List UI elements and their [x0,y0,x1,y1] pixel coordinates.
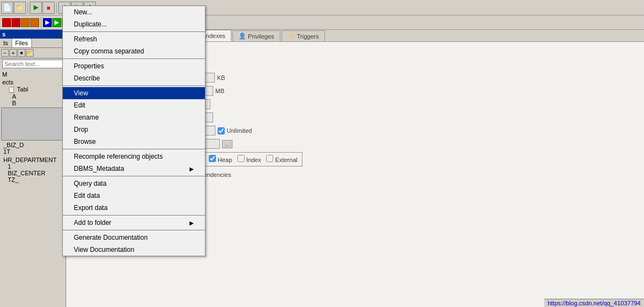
menu-item-browse-label: Browse [74,138,96,146]
menu-item-view-label: View [74,89,88,97]
menu-item-duplicate[interactable]: Duplicate... [63,18,205,30]
sidebar-tool-folder[interactable]: 📂 [26,49,34,57]
menu-item-edit-data-label: Edit data [74,192,100,200]
tree-item-b[interactable]: B [1,100,64,106]
privileges-icon: 👤 [239,33,246,40]
heap-checkbox[interactable] [209,155,216,162]
menu-item-query-label: Query data [74,180,106,187]
menu-sep-5 [63,176,205,176]
menu-item-recompile-label: Recompile referencing objects [74,153,163,160]
statusbar-url: https://blog.csdn.net/qq_41037794 [548,300,641,306]
sidebar-tab-files[interactable]: Files [12,39,32,47]
toolbar-sep-2 [56,2,57,13]
add-folder-submenu-arrow: ▶ [190,220,194,226]
tree-item-a[interactable]: A [1,93,64,100]
menu-item-export-data[interactable]: Export data [63,202,205,214]
columns-browse-btn[interactable]: ... [222,140,232,148]
sidebar-tab-ts[interactable]: ts [0,39,12,47]
menu-sep-3 [63,85,205,86]
menu-item-add-folder-label: Add to folder [74,219,111,227]
menu-sep-6 [63,215,205,216]
tree-item-1t[interactable]: 1T [1,148,64,155]
menu-item-dbms-label: DBMS_Metadata [74,165,124,173]
tool-orange-2[interactable] [30,18,39,27]
menu-item-gen-docs-label: Generate Documentation [74,234,148,241]
menu-item-recompile[interactable]: Recompile referencing objects [63,150,205,163]
menu-item-new-label: New... [74,8,92,16]
sidebar-tabs: ts Files [0,39,66,48]
app-window: 📄 📁 ▶ ■ ⚙ 🔍 ℹ ▶ ▶ ■ ≡ ≡ [0,0,644,307]
run-btn[interactable]: ▶ [30,2,42,14]
menu-item-view-docs[interactable]: View Documentation [63,244,205,256]
heap-label: Heap [218,157,232,163]
tree-item-hr-dept[interactable]: HR_DEPARTMENT [1,157,64,163]
tool-blue-1[interactable]: ▶ [43,18,52,27]
sidebar-toolbar: − + ★ 📂 [0,48,66,58]
tree-item-ects[interactable]: ects [1,78,64,86]
statusbar: https://blog.csdn.net/qq_41037794 [544,299,644,307]
sidebar-header: s [0,30,66,39]
menu-item-new[interactable]: New... [63,6,205,18]
tree-item-tabl[interactable]: 📋 Tabl [1,86,64,93]
tree-item-m[interactable]: M [1,71,64,78]
menu-item-export-label: Export data [74,204,107,212]
tab-triggers-label: Triggers [297,33,319,40]
menu-item-query-data[interactable]: Query data [63,177,205,190]
menu-item-add-folder[interactable]: Add to folder ▶ [63,217,205,229]
menu-item-edit-data[interactable]: Edit data [63,190,205,202]
index-label: Index [246,157,261,163]
stop-btn[interactable]: ■ [42,2,55,14]
index-checkbox[interactable] [237,155,245,162]
menu-item-view[interactable]: View [63,87,205,99]
triggers-icon: ⚡ [288,33,295,40]
menu-sep-1 [63,31,205,32]
tab-triggers[interactable]: ⚡ Triggers [282,30,325,41]
tree-item-biz-center[interactable]: BIZ_CENTER [1,170,64,176]
menu-item-describe[interactable]: Describe [63,72,205,84]
menu-item-duplicate-label: Duplicate... [74,20,107,28]
external-label: External [275,157,297,163]
sidebar-tool-plus[interactable]: + [9,49,17,57]
tab-privileges-label: Privileges [248,33,274,40]
search-input[interactable] [2,60,63,68]
tree-item-tz[interactable]: TZ_ [1,176,64,183]
menu-item-gen-docs[interactable]: Generate Documentation [63,231,205,244]
menu-item-properties[interactable]: Properties [63,60,205,72]
open-btn[interactable]: 📁 [14,2,26,14]
external-checkbox[interactable] [266,155,273,162]
menu-item-refresh[interactable]: Refresh [63,33,205,45]
toolbar-sep-1 [28,2,28,13]
initial-extent-unit: KB [217,74,225,81]
menu-sep-7 [63,230,205,230]
sidebar-search [0,58,66,69]
menu-item-dbms-metadata[interactable]: DBMS_Metadata ▶ [63,163,205,175]
tool-red-1[interactable] [2,18,11,27]
menu-item-refresh-label: Refresh [74,35,97,43]
menu-item-rename-label: Rename [74,114,99,121]
context-menu: New... Duplicate... Refresh Copy comma s… [62,6,205,256]
menu-item-view-docs-label: View Documentation [74,246,134,254]
tool-green-1[interactable]: ▶ [52,18,61,27]
menu-item-copy-comma[interactable]: Copy comma separated [63,45,205,57]
sidebar-tool-minus[interactable]: − [1,49,9,57]
menu-item-rename[interactable]: Rename [63,111,205,123]
tool-red-2[interactable] [12,18,20,27]
unlimited-label: Unlimited [227,127,252,134]
dbms-submenu-arrow: ▶ [190,166,194,172]
tree-item-1[interactable]: 1 [1,163,64,170]
menu-item-edit-label: Edit [74,101,85,109]
menu-item-drop-label: Drop [74,126,88,133]
menu-item-edit[interactable]: Edit [63,99,205,111]
menu-item-browse[interactable]: Browse [63,136,205,148]
menu-item-properties-label: Properties [74,62,104,70]
new-btn[interactable]: 📄 [1,2,13,14]
tree-item-biz-d[interactable]: _BIZ_D [1,142,64,148]
sidebar-tool-bookmark[interactable]: ★ [18,49,25,57]
unlimited-checkbox[interactable] [218,127,225,134]
menu-item-drop[interactable]: Drop [63,123,205,136]
menu-item-copy-comma-label: Copy comma separated [74,47,144,55]
menu-item-describe-label: Describe [74,74,100,82]
menu-sep-2 [63,58,205,59]
tab-privileges[interactable]: 👤 Privileges [232,30,280,41]
tool-orange-1[interactable] [21,18,30,27]
